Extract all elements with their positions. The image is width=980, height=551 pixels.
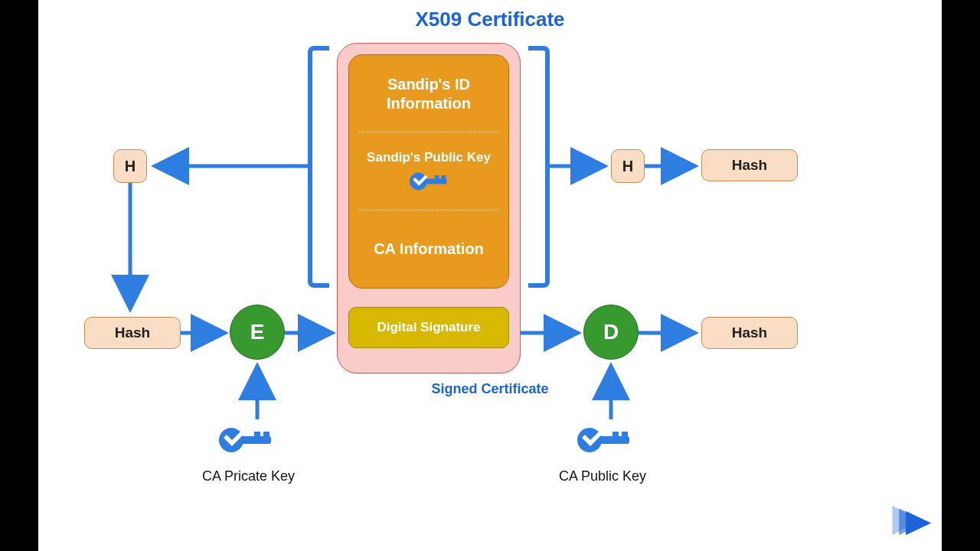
hash-right-top: Hash [701,149,798,181]
encrypt-circle: E [230,305,285,360]
cert-row-id: Sandip's ID Information [349,55,508,132]
cert-id-label: Sandip's ID Information [357,75,501,113]
svg-rect-11 [622,432,628,439]
svg-rect-2 [435,175,439,181]
svg-rect-6 [254,432,260,439]
certificate-card: Sandip's ID Information Sandip's Public … [337,43,521,373]
ca-private-key-label: CA Pricate Key [202,468,295,484]
key-icon [574,424,634,456]
cert-ca-label: CA Information [374,240,484,259]
bracket-left [308,46,329,288]
bracket-right [528,46,550,288]
hash-right-bottom: Hash [701,317,798,349]
diagram-subtitle: Signed Certificate [431,381,548,397]
svg-rect-7 [263,432,270,439]
key-icon [407,170,450,193]
svg-rect-3 [441,175,446,181]
ca-public-key-label: CA Public Key [559,468,646,484]
svg-rect-10 [612,432,619,439]
hash-fn-right: H [611,149,645,183]
cert-row-pubkey: Sandip's Public Key [349,132,508,210]
key-icon [216,424,276,456]
digital-signature-box: Digital Signature [348,307,509,348]
hash-fn-left: H [113,149,147,183]
certificate-body: Sandip's ID Information Sandip's Public … [348,54,509,289]
brand-logo [890,499,933,542]
decrypt-circle: D [583,305,639,360]
diagram-title: X509 Certificate [415,8,564,31]
diagram-canvas: X509 Certificate Sandip's ID Information… [38,0,942,551]
hash-left: Hash [84,317,181,349]
cert-row-ca: CA Information [349,210,508,288]
cert-pubkey-label: Sandip's Public Key [367,150,491,165]
